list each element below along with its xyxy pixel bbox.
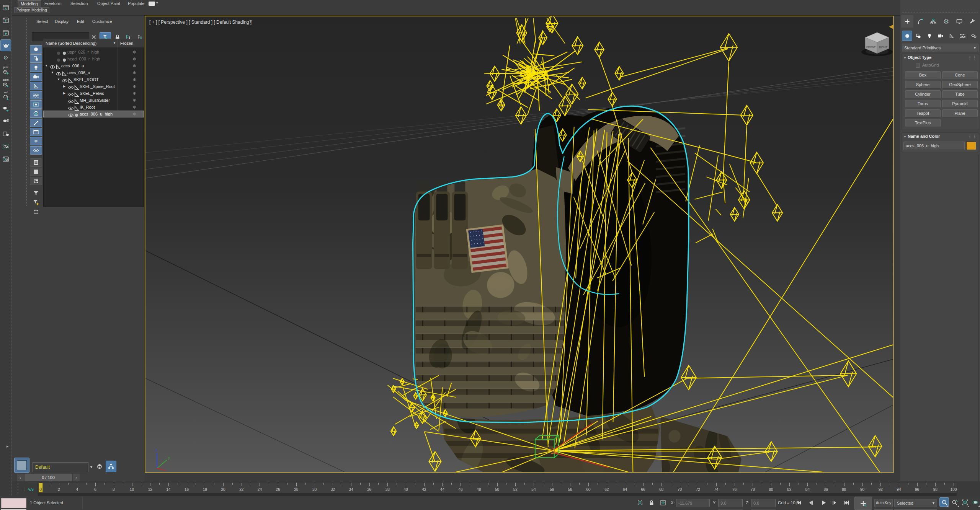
primitive-button-box[interactable]: Box bbox=[905, 71, 941, 79]
t-end-button[interactable] bbox=[841, 498, 851, 507]
explorer-row-head_000_r_high[interactable]: head_000_r_high❄ bbox=[43, 55, 144, 62]
explorer-row-MH_BlushSlider[interactable]: MH_BlushSlider❄ bbox=[43, 97, 144, 104]
timeline-frame-label[interactable]: 56 bbox=[547, 487, 557, 492]
visibility-icon[interactable] bbox=[55, 70, 61, 75]
frozen-icon[interactable]: ❄ bbox=[127, 76, 142, 83]
primitive-category-dropdown[interactable]: Standard Primitives bbox=[902, 44, 978, 52]
timeline-frame-label[interactable]: 68 bbox=[657, 487, 666, 492]
category-gears[interactable] bbox=[969, 31, 979, 41]
viewport[interactable]: FRONT RIGHT z y [ + ] [ Perspective ] [ … bbox=[145, 16, 894, 473]
primitive-button-teapot[interactable]: Teapot bbox=[905, 109, 941, 117]
timeline-frame-label[interactable]: 10 bbox=[127, 487, 137, 492]
explorer-row-IK_Root[interactable]: IK_Root❄ bbox=[43, 104, 144, 111]
timeline-frame-label[interactable]: 90 bbox=[858, 487, 867, 492]
timeline-frame-label[interactable]: 42 bbox=[420, 487, 429, 492]
visibility-icon[interactable] bbox=[49, 64, 55, 68]
explorer-filter-blank[interactable] bbox=[30, 168, 42, 176]
t-prev-button[interactable] bbox=[806, 498, 816, 507]
explorer-menu-display[interactable]: Display bbox=[55, 19, 69, 24]
viewcube-front-face[interactable]: FRONT bbox=[866, 46, 876, 49]
command-panel-scrollbar[interactable] bbox=[978, 155, 979, 508]
timeline-frame-label[interactable]: 30 bbox=[310, 487, 319, 492]
category-helper[interactable] bbox=[946, 31, 957, 41]
frozen-icon[interactable]: ❄ bbox=[127, 69, 142, 76]
timeline-frame-label[interactable]: 82 bbox=[785, 487, 794, 492]
tab-object-paint[interactable]: Object Paint bbox=[94, 0, 123, 7]
explorer-filter-list2[interactable] bbox=[30, 177, 42, 185]
left-toolbar-window-play[interactable] bbox=[0, 27, 11, 39]
timeline-frame-label[interactable]: 38 bbox=[383, 487, 392, 492]
name-color-rollout-header[interactable]: ▼ Name and Color ⋮⋮ bbox=[903, 133, 977, 140]
timeline-frame-label[interactable]: 76 bbox=[730, 487, 739, 492]
timeline-frame-label[interactable]: 66 bbox=[639, 487, 648, 492]
primitive-category-caret[interactable]: ▼ bbox=[973, 46, 977, 50]
primitive-button-cylinder[interactable]: Cylinder bbox=[905, 90, 941, 98]
explorer-row-accs_006_u[interactable]: ▼accs_006_u❄ bbox=[43, 69, 144, 76]
status-gizmo-button[interactable] bbox=[658, 498, 668, 507]
viewport-filter-icon[interactable] bbox=[248, 20, 253, 25]
left-toolbar-teapot-list[interactable] bbox=[0, 115, 11, 127]
primitive-button-tube[interactable]: Tube bbox=[942, 90, 978, 98]
timeline-frame-label[interactable]: 84 bbox=[803, 487, 812, 492]
frozen-icon[interactable]: ❄ bbox=[127, 90, 142, 97]
timeline-frame-label[interactable]: 50 bbox=[493, 487, 502, 492]
timeline-drag-handle[interactable] bbox=[18, 483, 18, 494]
timeline-ruler[interactable]: 0246810121416182022242628303234363840424… bbox=[38, 482, 957, 494]
visibility-icon[interactable] bbox=[55, 57, 61, 62]
timeline-frame-label[interactable]: 18 bbox=[200, 487, 209, 492]
timeline-frame-label[interactable]: 98 bbox=[931, 487, 940, 492]
timeline-frame-label[interactable]: 100 bbox=[949, 487, 958, 492]
explorer-menu-customize[interactable]: Customize bbox=[92, 19, 112, 24]
timeline-frame-label[interactable]: 72 bbox=[693, 487, 702, 492]
explorer-row-accs_006_u[interactable]: ▼accs_006_u❄ bbox=[43, 62, 144, 69]
coord-y-field[interactable]: 9.0 bbox=[718, 499, 743, 507]
primitive-button-plane[interactable]: Plane bbox=[942, 109, 978, 117]
frame-indicator[interactable]: 0 / 100 bbox=[24, 474, 72, 481]
tab-selection[interactable]: Selection bbox=[67, 0, 91, 7]
maxscript-mini-listener[interactable] bbox=[1, 498, 26, 508]
timeline-frame-label[interactable]: 60 bbox=[584, 487, 593, 492]
visibility-icon[interactable] bbox=[67, 91, 73, 96]
primitive-button-textplus[interactable]: TextPlus bbox=[905, 119, 941, 127]
timeline-frame-label[interactable]: 8 bbox=[109, 487, 118, 492]
left-toolbar-proc[interactable]: proc bbox=[0, 65, 11, 77]
timeline-frame-label[interactable]: 74 bbox=[712, 487, 721, 492]
left-toolbar-window-bolt[interactable] bbox=[0, 14, 11, 26]
timeline-frame-label[interactable]: 16 bbox=[182, 487, 191, 492]
left-toolbar-expand-arrow[interactable]: ▸ bbox=[7, 444, 9, 449]
explorer-hierarchy-button[interactable] bbox=[106, 461, 116, 472]
frame-forward-button[interactable]: › bbox=[73, 474, 80, 481]
ribbon-minimize-caret[interactable]: ▾ bbox=[156, 1, 158, 5]
timeline-frame-label[interactable]: 70 bbox=[675, 487, 684, 492]
explorer-row-SKEL_Pelvis[interactable]: ▶SKEL_Pelvis❄ bbox=[43, 90, 144, 97]
object-name-field[interactable] bbox=[903, 142, 965, 150]
visibility-icon[interactable] bbox=[55, 50, 61, 55]
nav-mag-star-button[interactable] bbox=[950, 497, 959, 507]
timeline-frame-label[interactable]: 52 bbox=[511, 487, 520, 492]
primitive-button-geosphere[interactable]: GeoSphere bbox=[942, 81, 978, 89]
auto-key-button[interactable]: Auto Key bbox=[874, 499, 893, 507]
timeline-frame-label[interactable]: 26 bbox=[273, 487, 283, 492]
explorer-drag-handle[interactable] bbox=[26, 18, 27, 206]
coord-x-field[interactable]: -11.679 bbox=[676, 499, 710, 507]
frozen-icon[interactable]: ❄ bbox=[127, 111, 142, 117]
set-key-button[interactable] bbox=[854, 497, 872, 510]
explorer-menu-edit[interactable]: Edit bbox=[77, 19, 84, 24]
frozen-icon[interactable]: ❄ bbox=[127, 97, 142, 104]
left-toolbar-book-teapot[interactable] bbox=[0, 128, 11, 140]
timeline-frame-label[interactable]: 2 bbox=[54, 487, 64, 492]
rollout-grip-icon[interactable]: ⋮⋮ bbox=[968, 54, 977, 61]
visibility-icon[interactable] bbox=[67, 98, 73, 103]
object-color-swatch[interactable] bbox=[966, 142, 976, 150]
timeline-frame-label[interactable]: 48 bbox=[474, 487, 483, 492]
expander-icon[interactable]: ▶ bbox=[63, 90, 67, 97]
explorer-filter-camera[interactable] bbox=[30, 73, 42, 81]
visibility-icon[interactable] bbox=[61, 77, 67, 82]
timeline-frame-label[interactable]: 92 bbox=[876, 487, 885, 492]
panel-tab-modify[interactable] bbox=[914, 15, 926, 28]
timeline-frame-label[interactable]: 4 bbox=[72, 487, 82, 492]
timeline-frame-label[interactable]: 14 bbox=[164, 487, 173, 492]
autogrid-checkbox[interactable] bbox=[916, 64, 920, 68]
panel-collapse-arrow[interactable]: ◀ bbox=[889, 23, 893, 30]
frozen-icon[interactable]: ❄ bbox=[127, 49, 142, 55]
